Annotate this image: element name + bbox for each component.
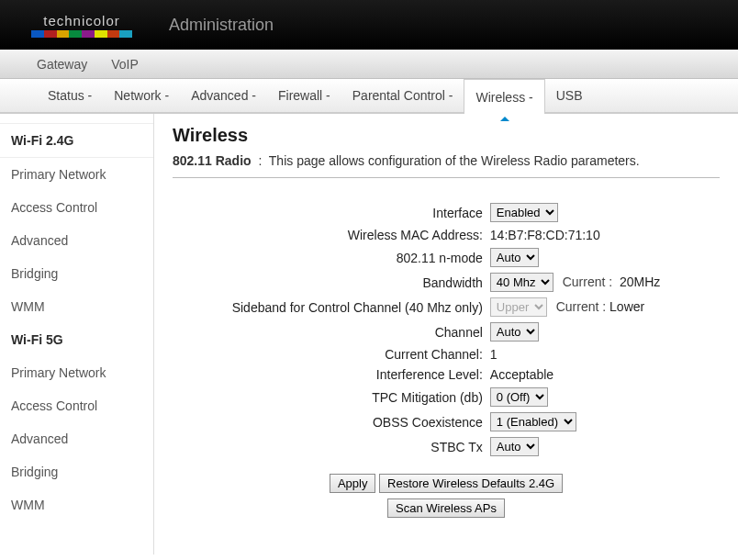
- brand-name: technicolor: [43, 13, 120, 28]
- sidebar-wifi-5g[interactable]: Wi-Fi 5G: [0, 323, 153, 356]
- label-stbc: STBC Tx: [229, 434, 486, 459]
- select-channel[interactable]: Auto: [490, 322, 539, 342]
- label-obss: OBSS Coexistence: [229, 409, 486, 434]
- sidebar-primary-network-5[interactable]: Primary Network: [0, 356, 153, 389]
- button-row-1: Apply Restore Wireless Defaults 2.4G: [173, 474, 720, 493]
- header-title: Administration: [169, 16, 274, 35]
- label-sideband: Sideband for Control Channel (40 Mhz onl…: [229, 295, 486, 319]
- value-interference: Acceptable: [486, 364, 665, 385]
- section-name: 802.11 Radio: [173, 153, 252, 168]
- select-bandwidth[interactable]: 40 Mhz: [490, 273, 554, 292]
- bandwidth-current-value: 20MHz: [620, 274, 660, 289]
- sideband-current-label: Current :: [551, 299, 606, 314]
- label-current-channel: Current Channel:: [229, 344, 486, 364]
- sidebar-wmm-5[interactable]: WMM: [0, 488, 153, 521]
- scan-aps-button[interactable]: Scan Wireless APs: [387, 498, 505, 518]
- label-interface: Interface: [229, 200, 486, 225]
- sidebar-advanced-5[interactable]: Advanced: [0, 422, 153, 455]
- sidebar-bridging-5[interactable]: Bridging: [0, 455, 153, 488]
- value-current-channel: 1: [486, 344, 665, 364]
- bandwidth-current-label: Current :: [557, 274, 612, 289]
- menu-bar: Status - Network - Advanced - Firewall -…: [0, 79, 738, 114]
- label-mac: Wireless MAC Address:: [229, 225, 486, 245]
- label-bandwidth: Bandwidth: [229, 270, 486, 295]
- top-bar: technicolor Administration: [0, 0, 738, 50]
- sideband-current-value: Lower: [609, 299, 644, 314]
- select-stbc[interactable]: Auto: [490, 437, 539, 456]
- restore-defaults-button[interactable]: Restore Wireless Defaults 2.4G: [379, 474, 563, 493]
- content-pane: Wireless 802.11 Radio : This page allows…: [154, 114, 738, 554]
- label-tpc: TPC Mitigation (db): [229, 385, 486, 409]
- select-tpc[interactable]: 0 (Off): [490, 387, 548, 407]
- select-sideband: Upper: [490, 297, 547, 317]
- sidebar-advanced-24[interactable]: Advanced: [0, 224, 153, 257]
- label-interference: Interference Level:: [229, 364, 486, 385]
- divider: [173, 177, 720, 178]
- tab-advanced[interactable]: Advanced -: [180, 79, 267, 112]
- tab-firewall[interactable]: Firewall -: [267, 79, 341, 112]
- tab-usb[interactable]: USB: [545, 79, 594, 112]
- value-mac: 14:B7:F8:CD:71:10: [486, 225, 665, 245]
- sidebar: Wi-Fi 2.4G Primary Network Access Contro…: [0, 114, 154, 554]
- tab-network[interactable]: Network -: [103, 79, 180, 112]
- sidebar-wmm-24[interactable]: WMM: [0, 290, 153, 323]
- sidebar-bridging-24[interactable]: Bridging: [0, 257, 153, 290]
- page-description-row: 802.11 Radio : This page allows configur…: [173, 153, 720, 168]
- label-channel: Channel: [229, 319, 486, 344]
- page-title: Wireless: [173, 125, 720, 146]
- main-container: Wi-Fi 2.4G Primary Network Access Contro…: [0, 114, 738, 554]
- subnav-voip[interactable]: VoIP: [111, 57, 139, 72]
- sidebar-access-control-5[interactable]: Access Control: [0, 389, 153, 422]
- sub-nav: Gateway VoIP: [0, 50, 738, 79]
- section-description: This page allows configuration of the Wi…: [269, 153, 640, 168]
- select-interface[interactable]: Enabled: [490, 203, 558, 222]
- tab-wireless[interactable]: Wireless -: [464, 79, 544, 114]
- tab-status[interactable]: Status -: [37, 79, 103, 112]
- subnav-gateway[interactable]: Gateway: [37, 57, 87, 72]
- sidebar-primary-network-24[interactable]: Primary Network: [0, 158, 153, 191]
- sidebar-access-control-24[interactable]: Access Control: [0, 191, 153, 224]
- apply-button[interactable]: Apply: [330, 474, 376, 493]
- select-obss[interactable]: 1 (Enabled): [490, 412, 576, 431]
- sidebar-wifi-24g[interactable]: Wi-Fi 2.4G: [0, 123, 153, 158]
- brand-color-bars: [31, 30, 132, 38]
- tab-parental-control[interactable]: Parental Control -: [341, 79, 464, 112]
- button-row-2: Scan Wireless APs: [173, 498, 720, 518]
- brand-logo: technicolor: [31, 13, 132, 38]
- settings-form: Interface Enabled Wireless MAC Address: …: [229, 200, 665, 459]
- select-nmode[interactable]: Auto: [490, 248, 539, 267]
- label-nmode: 802.11 n-mode: [229, 245, 486, 270]
